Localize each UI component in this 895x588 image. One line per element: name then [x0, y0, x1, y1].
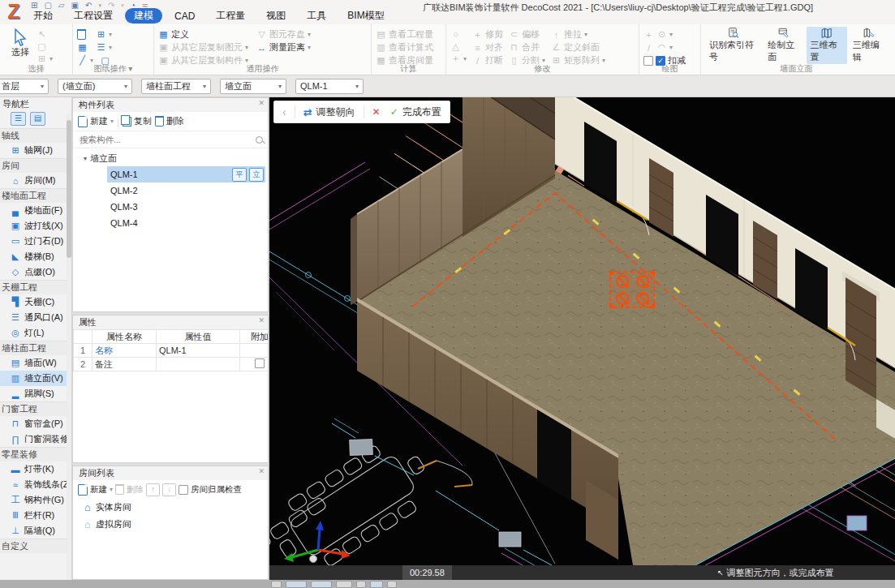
slope-button[interactable]: ∠定义斜面 — [551, 41, 605, 54]
sidebar-item-stairs[interactable]: ◣ 楼梯(B) — [0, 249, 71, 264]
sidebar-item-curtain-box[interactable]: ⊓ 窗帘盒(P) — [0, 416, 71, 431]
new-room-button[interactable]: 新建▾ — [78, 484, 113, 496]
sidebar-item-railing[interactable]: Ⅲ 栏杆(R) — [0, 508, 71, 523]
move-up-button[interactable]: ↑ — [146, 483, 160, 496]
note-append-checkbox[interactable] — [255, 358, 265, 368]
delete-room-button[interactable]: 删除 — [115, 484, 144, 496]
app-logo-icon[interactable]: Z — [2, 0, 26, 23]
batch-select-icon[interactable]: ⊞▾ — [37, 53, 53, 64]
player-button[interactable] — [370, 581, 383, 588]
copy-element-button[interactable]: ▣ 从其它层复制图元▾ — [158, 41, 248, 54]
move-icon[interactable]: + — [450, 54, 461, 63]
room-item-solid[interactable]: ⌂ 实体房间 — [73, 499, 268, 516]
player-button[interactable] — [311, 581, 332, 588]
tab-quantities[interactable]: 工程量 — [207, 8, 254, 24]
merge-button[interactable]: ⊓合并 — [509, 41, 545, 54]
chevron-down-icon[interactable]: ▾ — [84, 155, 87, 162]
component-select[interactable]: QLM-1▾ — [295, 79, 364, 94]
floor-select[interactable]: 首层▾ — [0, 79, 49, 94]
sidebar-item-steel[interactable]: 工 钢构件(G) — [0, 492, 71, 508]
point-tool-icon[interactable]: + — [643, 30, 654, 40]
sidebar-item-threshold[interactable]: ▭ 过门石(D) — [0, 234, 71, 249]
player-button[interactable] — [387, 581, 397, 588]
delete-sheet-icon[interactable] — [77, 29, 86, 40]
segment-tool-icon[interactable]: / — [643, 43, 654, 53]
tree-group-wall-elevation[interactable]: ▾ 墙立面 — [73, 151, 268, 166]
project-type-select[interactable]: 墙柱面工程▾ — [141, 79, 211, 94]
rotate-icon[interactable]: ○ — [450, 29, 461, 39]
select-button[interactable]: 选择 — [4, 27, 37, 64]
circle-tool-icon[interactable]: ⊙ — [656, 29, 667, 40]
delete-component-button[interactable]: 删除 — [155, 115, 184, 127]
sidebar-item-ceiling[interactable]: ▜ 天棚(C) — [0, 294, 71, 310]
elevation-view-button[interactable]: 立 — [249, 168, 264, 182]
tree-item-qlm3[interactable]: QLM-3 — [73, 199, 268, 215]
close-icon[interactable]: ✕ — [258, 466, 265, 476]
move-down-button[interactable]: ↓ — [162, 483, 176, 496]
sidebar-item-partition[interactable]: ⊥ 隔墙(Q) — [0, 523, 71, 539]
new-component-button[interactable]: 新建▾ — [78, 115, 114, 127]
player-button[interactable] — [286, 581, 307, 588]
mirror-icon[interactable]: △ — [450, 41, 461, 52]
copy-component-button[interactable]: 复制 — [123, 115, 152, 127]
room-check-checkbox[interactable] — [179, 485, 188, 495]
cancel-button[interactable]: ✕ — [364, 101, 389, 122]
view-quantity-button[interactable]: ▤ 查看工程量 — [376, 28, 443, 41]
tab-project-settings[interactable]: 工程设置 — [65, 8, 122, 24]
drag-sheet-icon[interactable]: ▦ — [77, 42, 88, 53]
offset-button[interactable]: ⊂偏移 — [509, 28, 545, 41]
player-button[interactable] — [356, 581, 366, 588]
component-search-input[interactable] — [78, 134, 256, 145]
property-row-name[interactable]: 1 名称 QLM-1 — [74, 344, 269, 358]
tab-start[interactable]: 开始 — [24, 8, 62, 24]
sidebar-item-room[interactable]: ⌂ 房间(M) — [0, 173, 71, 188]
arc-tool-icon[interactable]: ◠ — [656, 42, 667, 53]
room-item-virtual[interactable]: ⌂ 虚拟房间 — [73, 516, 268, 533]
sheet-group-label[interactable]: 图纸操作 ▾ — [73, 63, 153, 75]
tab-view[interactable]: 视图 — [257, 8, 295, 24]
sidebar-item-moulding[interactable]: ≈ 装饰线条(Z) — [0, 477, 71, 492]
player-button[interactable] — [271, 581, 282, 588]
sidebar-item-light[interactable]: ◎ 灯(L) — [0, 325, 71, 341]
save-element-button[interactable]: ▽ 图元存盘▾ — [256, 28, 311, 41]
plan-view-button[interactable]: 平 — [232, 168, 247, 182]
category-select[interactable]: (墙立面)▾ — [58, 79, 132, 94]
card-view-toggle[interactable]: ▤ — [30, 112, 45, 126]
pick-tool-icon[interactable]: ↖ — [37, 28, 53, 40]
tree-item-qlm2[interactable]: QLM-2 — [73, 182, 268, 199]
layers-tool-icon[interactable]: ☰ — [96, 42, 106, 53]
list-view-toggle[interactable]: ☰ — [11, 112, 26, 126]
player-button[interactable] — [336, 581, 352, 588]
sidebar-item-border-line[interactable]: ▣ 波打线(X) — [0, 218, 71, 234]
grid-tool-icon[interactable]: ⊞ — [96, 29, 106, 40]
three-d-edit-button[interactable]: 三维编辑 — [849, 27, 889, 64]
trim-button[interactable]: +修剪 — [472, 28, 503, 41]
rotate-orientation-widget[interactable] — [609, 271, 655, 308]
tab-tools[interactable]: 工具 — [298, 8, 335, 24]
sidebar-item-accent[interactable]: ◇ 点缀(O) — [0, 264, 71, 280]
define-button[interactable]: ▦ 定义 — [158, 28, 248, 41]
tab-modeling[interactable]: 建模 — [125, 8, 162, 24]
back-button[interactable]: ‹ — [274, 101, 295, 122]
measure-button[interactable]: ↔ 测量距离▾ — [256, 41, 311, 54]
tree-item-qlm4[interactable]: QLM-4 — [73, 215, 268, 231]
sidebar-item-vent[interactable]: ☰ 通风口(A) — [0, 310, 71, 325]
sidebar-item-wall-face[interactable]: ▤ 墙面(W) — [0, 355, 71, 371]
component-type-select[interactable]: 墙立面▾ — [220, 79, 286, 94]
cad-3d-viewport[interactable]: ‹ ⇄ 调整朝向 ✕ ✓ 完成布置 00:29.58 — [269, 97, 895, 580]
tree-item-qlm1[interactable]: QLM-1 平 立 — [107, 166, 265, 182]
sidebar-item-opening-finish[interactable]: ∏ 门窗洞装修 — [0, 431, 71, 447]
sidebar-scrollbar[interactable] — [67, 114, 71, 580]
draw-elevation-button[interactable]: 绘制立面 — [764, 27, 804, 64]
close-icon[interactable]: ✕ — [258, 315, 265, 325]
push-pull-button[interactable]: ↑推拉▾ — [551, 28, 605, 41]
sidebar-item-wall-elevation[interactable]: ▥ 墙立面(V) — [0, 371, 71, 386]
adjust-orientation-button[interactable]: ⇄ 调整朝向 — [295, 101, 364, 122]
identify-index-symbol-button[interactable]: 识别索引符号 — [705, 27, 762, 64]
sidebar-item-floor[interactable]: ▄ 楼地面(F) — [0, 203, 71, 218]
finish-layout-button[interactable]: ✓ 完成布置 — [389, 101, 450, 122]
tab-bim-model[interactable]: BIM模型 — [338, 8, 393, 24]
sidebar-item-skirting[interactable]: ▂ 踢脚(S) — [0, 386, 71, 401]
three-d-layout-button[interactable]: 三维布置 — [807, 27, 847, 64]
close-icon[interactable]: ✕ — [258, 98, 265, 108]
